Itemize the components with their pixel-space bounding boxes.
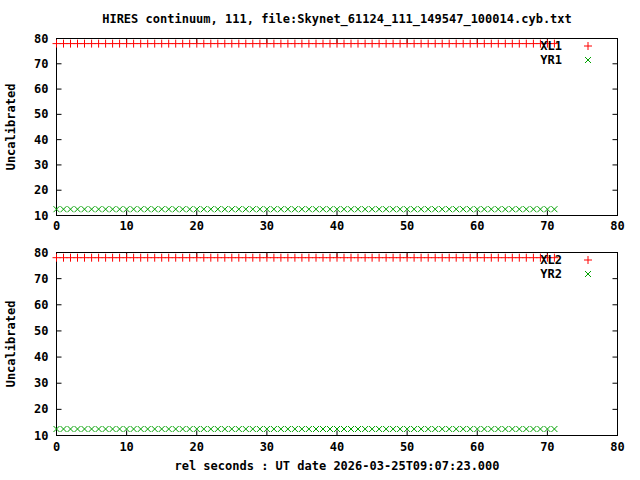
y-tick-label: 80	[34, 32, 48, 46]
series-YR1-points	[54, 57, 592, 212]
y-tick-label: 60	[34, 82, 48, 96]
x-tick-label: 50	[400, 440, 414, 454]
x-axis-label: rel seconds : UT date 2026-03-25T09:07:2…	[174, 459, 499, 473]
y-tick-label: 10	[34, 429, 48, 443]
y-tick-label: 60	[34, 298, 48, 312]
series-XL1-points	[53, 40, 593, 50]
x-tick-label: 70	[540, 219, 554, 233]
y-axis-label-bottom: Uncalibrated	[4, 301, 18, 388]
legend-label-xl2: XL2	[540, 253, 562, 267]
x-tick-label: 20	[190, 219, 204, 233]
series-YR2-points	[54, 271, 592, 432]
x-tick-label: 30	[260, 219, 274, 233]
y-tick-label: 40	[34, 133, 48, 147]
x-tick-label: 40	[330, 440, 344, 454]
series-XL2-points	[53, 254, 593, 264]
x-tick-label: 60	[470, 219, 484, 233]
x-tick-label: 70	[540, 440, 554, 454]
legend-label-xl1: XL1	[540, 39, 562, 53]
y-tick-label: 30	[34, 376, 48, 390]
y-tick-label: 40	[34, 350, 48, 364]
top-panel-plot-area: 010203040506070801020304050607080	[34, 32, 625, 234]
x-tick-label: 60	[470, 440, 484, 454]
plot-canvas: HIRES continuum, 111, file:Skynet_61124_…	[0, 0, 640, 480]
y-axis-label-top: Uncalibrated	[4, 84, 18, 171]
y-tick-label: 10	[34, 209, 48, 223]
y-tick-label: 20	[34, 183, 48, 197]
x-tick-label: 10	[119, 219, 133, 233]
x-tick-label: 40	[330, 219, 344, 233]
x-tick-label: 50	[400, 219, 414, 233]
x-tick-label: 0	[53, 219, 60, 233]
y-tick-label: 50	[34, 324, 48, 338]
x-tick-label: 10	[119, 440, 133, 454]
y-tick-label: 30	[34, 158, 48, 172]
plot-frame	[57, 253, 618, 436]
plot-frame	[57, 39, 618, 216]
x-tick-label: 80	[610, 219, 624, 233]
chart-title: HIRES continuum, 111, file:Skynet_61124_…	[102, 12, 572, 27]
legend-label-yr2: YR2	[540, 267, 562, 281]
y-tick-label: 70	[34, 272, 48, 286]
y-tick-label: 70	[34, 57, 48, 71]
bottom-panel-plot-area: 010203040506070801020304050607080	[34, 246, 625, 455]
y-tick-label: 50	[34, 107, 48, 121]
y-tick-label: 80	[34, 246, 48, 260]
x-tick-label: 20	[190, 440, 204, 454]
bottom-panel: 010203040506070801020304050607080 Uncali…	[4, 246, 625, 455]
gnuplot-window: HIRES continuum, 111, file:Skynet_61124_…	[0, 0, 640, 480]
x-tick-label: 80	[610, 440, 624, 454]
x-tick-label: 0	[53, 440, 60, 454]
legend-label-yr1: YR1	[540, 53, 562, 67]
y-tick-label: 20	[34, 402, 48, 416]
top-panel: 010203040506070801020304050607080 Uncali…	[4, 32, 625, 234]
x-tick-label: 30	[260, 440, 274, 454]
